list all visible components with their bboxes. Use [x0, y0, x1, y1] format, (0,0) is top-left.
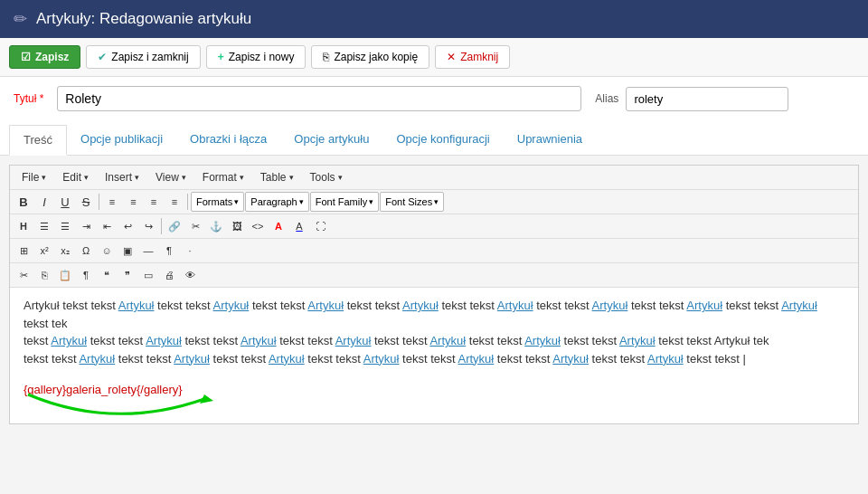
bold-button[interactable]: B [14, 192, 33, 212]
ordered-list-btn[interactable]: ☰ [55, 216, 75, 236]
link-text-5[interactable]: Artykuł [497, 299, 533, 312]
menu-edit[interactable]: Edit ▾ [55, 168, 96, 186]
editor-container: File ▾ Edit ▾ Insert ▾ View ▾ Format ▾ T… [9, 165, 859, 424]
tabs: Treść Opcje publikacji Obrazki i łącza O… [0, 125, 868, 156]
strikethrough-button[interactable]: S [76, 192, 96, 212]
title-label: Tytuł * [14, 92, 43, 105]
link-text-12[interactable]: Artykuł [335, 334, 372, 347]
menu-insert[interactable]: Insert ▾ [98, 168, 146, 186]
code-btn[interactable]: <> [248, 216, 268, 236]
copy-btn[interactable]: ⎘ [34, 265, 54, 285]
link-text-17[interactable]: Artykuł [174, 352, 210, 366]
link-text-19[interactable]: Artykuł [363, 352, 400, 366]
link-text-2[interactable]: Artykuł [213, 299, 250, 312]
hr-btn[interactable]: — [138, 241, 158, 261]
table-insert-btn[interactable]: ⊞ [14, 241, 33, 261]
formats-caret: ▾ [234, 197, 239, 206]
toolbar-row-1: B I U S ≡ ≡ ≡ ≡ Formats ▾ Paragraph ▾ Fo… [10, 190, 858, 214]
link-text-7[interactable]: Artykuł [686, 299, 722, 312]
anchor-btn[interactable]: ⚓ [206, 216, 226, 236]
show-blocks-btn[interactable]: ¶ [76, 265, 96, 285]
superscript-btn[interactable]: x² [34, 241, 54, 261]
align-right-button[interactable]: ≡ [144, 192, 164, 212]
redo-btn[interactable]: ↪ [138, 216, 158, 236]
link-text-11[interactable]: Artykuł [241, 334, 277, 347]
fullscreen-btn[interactable]: ⛶ [310, 216, 330, 236]
link-btn[interactable]: 🔗 [165, 216, 184, 236]
block-quote-btn[interactable]: ❝ [97, 265, 117, 285]
link-text-1[interactable]: Artykuł [118, 299, 155, 312]
link-text-14[interactable]: Artykuł [524, 334, 561, 347]
fontsizes-caret: ▾ [434, 197, 439, 206]
text-color-btn[interactable]: A [269, 216, 288, 236]
insert-frame-btn[interactable]: ▭ [138, 265, 158, 285]
link-text-15[interactable]: Artykuł [619, 334, 656, 347]
menu-format[interactable]: Format ▾ [195, 168, 251, 186]
tools-caret: ▾ [338, 173, 343, 182]
link-text-16[interactable]: Artykuł [79, 352, 115, 366]
edit-caret: ▾ [84, 173, 89, 182]
link-text-8[interactable]: Artykuł [781, 299, 817, 312]
print-btn[interactable]: 🖨 [159, 265, 179, 285]
emoticon-btn[interactable]: ☺ [97, 241, 117, 261]
link-text-10[interactable]: Artykuł [146, 334, 182, 347]
tab-opcje-art[interactable]: Opcje artykułu [280, 125, 382, 155]
fontsizes-dropdown[interactable]: Font Sizes ▾ [380, 192, 444, 212]
link-text-21[interactable]: Artykuł [552, 352, 589, 366]
tab-uprawnienia[interactable]: Uprawnienia [504, 125, 596, 155]
image-btn[interactable]: 🖼 [227, 216, 247, 236]
formats-dropdown[interactable]: Formats ▾ [191, 192, 244, 212]
close-button[interactable]: ✕ Zamknij [435, 45, 510, 69]
save-close-button[interactable]: ✔ Zapisz i zamknij [86, 45, 200, 69]
menu-table[interactable]: Table ▾ [253, 168, 301, 186]
table-caret: ▾ [289, 173, 294, 182]
unordered-list-btn[interactable]: ☰ [34, 216, 54, 236]
paste-btn[interactable]: 📋 [55, 265, 75, 285]
paragraph-dropdown[interactable]: Paragraph ▾ [245, 192, 308, 212]
unlink-btn[interactable]: ✂ [185, 216, 205, 236]
alias-input[interactable] [626, 87, 788, 111]
menu-file[interactable]: File ▾ [14, 168, 53, 186]
save-new-button[interactable]: + Zapisz i nowy [206, 45, 307, 69]
menu-tools[interactable]: Tools ▾ [303, 168, 350, 186]
special-char-btn[interactable]: Ω [76, 241, 96, 261]
title-row: Tytuł * Alias [14, 86, 854, 111]
link-text-4[interactable]: Artykuł [402, 299, 439, 312]
fontfamily-dropdown[interactable]: Font Family ▾ [310, 192, 379, 212]
menu-view[interactable]: View ▾ [148, 168, 193, 186]
fontfamily-caret: ▾ [369, 197, 373, 206]
content-text: Artykuł tekst tekst [24, 299, 118, 312]
link-text-6[interactable]: Artykuł [592, 299, 628, 312]
align-center-button[interactable]: ≡ [123, 192, 143, 212]
cut-btn[interactable]: ✂ [14, 265, 33, 285]
save-button[interactable]: ☑ Zapisz [9, 45, 80, 69]
link-text-9[interactable]: Artykuł [51, 334, 87, 347]
bg-color-btn[interactable]: A [289, 216, 309, 236]
subscript-btn[interactable]: x₂ [55, 241, 75, 261]
tab-opcje-konf[interactable]: Opcje konfiguracji [382, 125, 503, 155]
tab-tresc[interactable]: Treść [9, 125, 67, 156]
undo-btn[interactable]: ↩ [118, 216, 137, 236]
indent-btn[interactable]: ⇥ [76, 216, 96, 236]
link-text-22[interactable]: Artykuł [647, 352, 684, 366]
link-text-3[interactable]: Artykuł [307, 299, 344, 312]
nonbreaking-btn[interactable]: · [180, 241, 200, 261]
editor-content[interactable]: Artykuł tekst tekst Artykuł tekst tekst … [10, 288, 858, 423]
link-text-13[interactable]: Artykuł [429, 334, 466, 347]
tab-opcje-pub[interactable]: Opcje publikacji [67, 125, 176, 155]
quote-btn[interactable]: ❞ [118, 265, 137, 285]
align-justify-button[interactable]: ≡ [165, 192, 184, 212]
link-text-20[interactable]: Artykuł [458, 352, 494, 366]
title-input[interactable] [57, 86, 581, 111]
underline-button[interactable]: U [55, 192, 75, 212]
outdent-btn[interactable]: ⇤ [97, 216, 117, 236]
media-btn[interactable]: ▣ [118, 241, 137, 261]
italic-button[interactable]: I [34, 192, 54, 212]
tab-obrazki[interactable]: Obrazki i łącza [176, 125, 280, 155]
format-icon-btn[interactable]: H [14, 216, 33, 236]
link-text-18[interactable]: Artykuł [269, 352, 305, 366]
save-copy-button[interactable]: ⎘ Zapisz jako kopię [311, 45, 429, 69]
align-left-button[interactable]: ≡ [102, 192, 122, 212]
preview-btn[interactable]: 👁 [180, 265, 200, 285]
paragraph-marker-btn[interactable]: ¶ [159, 241, 179, 261]
